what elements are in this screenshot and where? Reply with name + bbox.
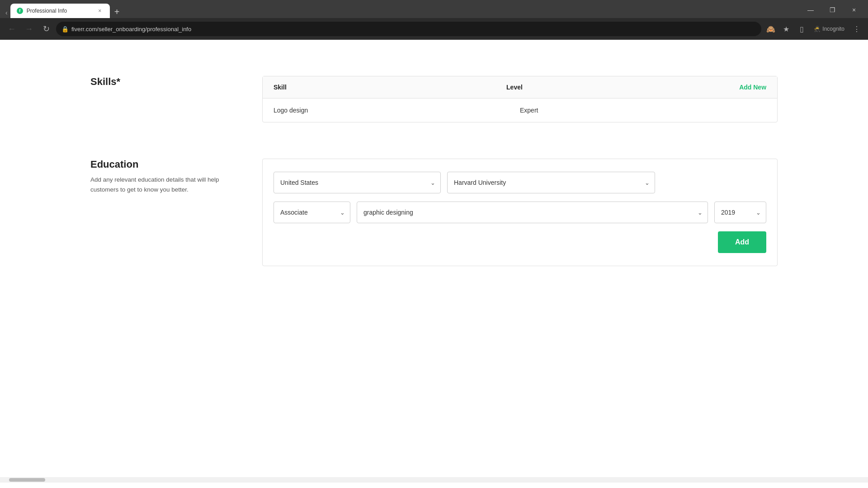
edu-add-row: Add <box>274 231 766 253</box>
extension-area: 🙈 ★ ▯ 🥷 Incognito ⋮ <box>764 22 863 36</box>
education-form-area: United States United Kingdom Canada Aust… <box>262 159 778 266</box>
col-skill-header: Skill <box>274 84 506 91</box>
major-input[interactable] <box>357 202 708 223</box>
country-field: United States United Kingdom Canada Aust… <box>274 172 441 193</box>
security-lock-icon: 🔒 <box>61 26 69 33</box>
major-field: ⌄ <box>357 202 708 223</box>
skills-table-area: Skill Level Add New Logo design Expert <box>262 76 778 122</box>
browser-toolbar: ← → ↻ 🔒 🙈 ★ ▯ 🥷 Incognito ⋮ <box>0 18 868 40</box>
tab-title: Professional Info <box>27 8 93 14</box>
new-tab-button[interactable]: + <box>111 7 123 17</box>
education-section-label: Education Add any relevant education det… <box>90 159 226 266</box>
eye-slash-icon[interactable]: 🙈 <box>764 22 778 36</box>
col-level-header: Level <box>506 84 739 91</box>
skills-title: Skills* <box>90 76 226 88</box>
active-tab[interactable]: f Professional Info × <box>10 4 110 18</box>
browser-window: ‹ f Professional Info × + — ❐ × ← → ↻ 🔒 … <box>0 0 868 488</box>
education-title: Education <box>90 159 226 170</box>
university-select[interactable]: Harvard University MIT Stanford Universi… <box>447 172 655 193</box>
forward-button[interactable]: → <box>22 22 36 36</box>
skills-section: Skills* Skill Level Add New Logo design … <box>90 76 778 122</box>
maximize-button[interactable]: ❐ <box>822 2 843 18</box>
incognito-label: Incognito <box>822 26 844 32</box>
close-button[interactable]: × <box>844 2 864 18</box>
tab-nav-back[interactable]: ‹ <box>4 9 9 16</box>
degree-field: Associate Bachelor's Master's PhD Diplom… <box>274 202 350 223</box>
education-description: Add any relevant education details that … <box>90 175 226 194</box>
skill-name: Logo design <box>274 107 520 114</box>
education-section: Education Add any relevant education det… <box>90 159 778 266</box>
skill-level: Expert <box>520 107 766 114</box>
university-field: Harvard University MIT Stanford Universi… <box>447 172 655 193</box>
back-button[interactable]: ← <box>5 22 19 36</box>
country-select[interactable]: United States United Kingdom Canada Aust… <box>274 172 441 193</box>
more-options-button[interactable]: ⋮ <box>850 22 863 36</box>
tab-favicon: f <box>17 8 23 14</box>
skills-section-label: Skills* <box>90 76 226 122</box>
tab-bar: ‹ f Professional Info × + — ❐ × <box>0 0 868 18</box>
year-field: 2019 2020 2021 2022 2018 2017 ⌄ <box>714 202 766 223</box>
tab-close-button[interactable]: × <box>96 7 104 14</box>
year-select[interactable]: 2019 2020 2021 2022 2018 2017 <box>714 202 766 223</box>
degree-select[interactable]: Associate Bachelor's Master's PhD Diplom… <box>274 202 350 223</box>
add-education-button[interactable]: Add <box>718 231 766 253</box>
table-row: Logo design Expert <box>263 99 777 122</box>
education-form: United States United Kingdom Canada Aust… <box>262 159 778 266</box>
page-scroll-area: Skills* Skill Level Add New Logo design … <box>0 40 868 477</box>
incognito-button[interactable]: 🥷 Incognito <box>810 24 848 34</box>
edu-row-1: United States United Kingdom Canada Aust… <box>274 172 766 193</box>
reload-button[interactable]: ↻ <box>39 22 53 36</box>
bookmark-icon[interactable]: ★ <box>779 22 793 36</box>
scrollbar-thumb[interactable] <box>9 478 45 482</box>
add-new-skill-button[interactable]: Add New <box>739 84 766 91</box>
url-input[interactable] <box>56 22 761 36</box>
horizontal-scrollbar[interactable] <box>0 477 868 483</box>
minimize-button[interactable]: — <box>800 2 821 18</box>
edu-row-2: Associate Bachelor's Master's PhD Diplom… <box>274 202 766 223</box>
profile-icon[interactable]: ▯ <box>795 22 808 36</box>
incognito-icon: 🥷 <box>814 26 821 32</box>
skills-table-header: Skill Level Add New <box>263 76 777 99</box>
skills-table: Skill Level Add New Logo design Expert <box>262 76 778 122</box>
page-content: Skills* Skill Level Add New Logo design … <box>0 40 868 302</box>
url-bar-wrap: 🔒 <box>56 22 761 36</box>
